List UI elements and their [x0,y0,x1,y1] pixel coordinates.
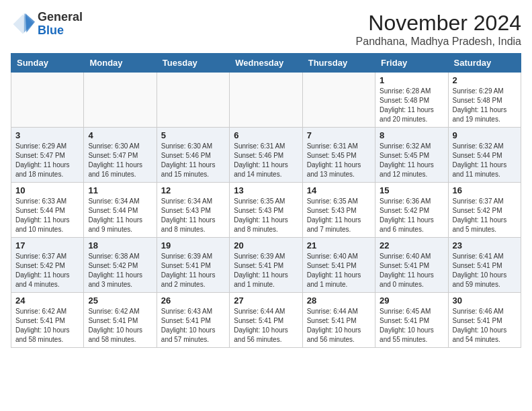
calendar-day-cell: 18Sunrise: 6:38 AM Sunset: 5:42 PM Dayli… [84,238,157,293]
day-info: Sunrise: 6:35 AM Sunset: 5:43 PM Dayligh… [307,197,371,234]
calendar-day-cell [84,73,157,128]
calendar-day-cell: 1Sunrise: 6:28 AM Sunset: 5:48 PM Daylig… [375,73,448,128]
weekday-header-row: SundayMondayTuesdayWednesdayThursdayFrid… [11,54,521,73]
header-tuesday: Tuesday [157,54,229,73]
day-info: Sunrise: 6:35 AM Sunset: 5:43 PM Dayligh… [234,197,298,234]
calendar-day-cell: 12Sunrise: 6:34 AM Sunset: 5:43 PM Dayli… [157,183,229,238]
header-friday: Friday [375,54,448,73]
day-info: Sunrise: 6:46 AM Sunset: 5:41 PM Dayligh… [453,307,517,345]
day-info: Sunrise: 6:30 AM Sunset: 5:46 PM Dayligh… [161,142,225,179]
calendar-day-cell: 7Sunrise: 6:31 AM Sunset: 5:45 PM Daylig… [302,128,375,183]
day-info: Sunrise: 6:34 AM Sunset: 5:43 PM Dayligh… [161,197,225,234]
day-number: 26 [161,295,225,306]
day-number: 15 [380,185,443,195]
day-number: 24 [15,295,79,306]
day-info: Sunrise: 6:34 AM Sunset: 5:44 PM Dayligh… [88,197,152,234]
day-info: Sunrise: 6:32 AM Sunset: 5:44 PM Dayligh… [453,142,517,179]
day-info: Sunrise: 6:39 AM Sunset: 5:41 PM Dayligh… [234,252,298,289]
day-number: 17 [15,240,79,250]
day-info: Sunrise: 6:31 AM Sunset: 5:46 PM Dayligh… [234,142,298,179]
day-number: 22 [380,240,443,250]
day-number: 4 [88,130,152,140]
calendar-day-cell [11,73,84,128]
day-info: Sunrise: 6:36 AM Sunset: 5:42 PM Dayligh… [380,197,443,234]
header-thursday: Thursday [302,54,375,73]
calendar-day-cell: 10Sunrise: 6:33 AM Sunset: 5:44 PM Dayli… [11,183,84,238]
calendar-day-cell: 19Sunrise: 6:39 AM Sunset: 5:41 PM Dayli… [157,238,229,293]
day-number: 16 [453,185,517,195]
calendar-day-cell: 17Sunrise: 6:37 AM Sunset: 5:42 PM Dayli… [11,238,84,293]
day-info: Sunrise: 6:30 AM Sunset: 5:47 PM Dayligh… [88,142,152,179]
day-number: 14 [307,185,371,195]
day-number: 29 [380,295,443,306]
day-number: 13 [234,185,298,195]
title-block: November 2024 Pandhana, Madhya Pradesh, … [356,11,521,48]
day-info: Sunrise: 6:40 AM Sunset: 5:41 PM Dayligh… [380,252,443,289]
calendar-day-cell: 5Sunrise: 6:30 AM Sunset: 5:46 PM Daylig… [157,128,229,183]
day-number: 19 [161,240,225,250]
day-number: 9 [453,130,517,140]
day-number: 10 [15,185,79,195]
header-sunday: Sunday [11,54,84,73]
calendar-day-cell [157,73,229,128]
calendar-day-cell: 13Sunrise: 6:35 AM Sunset: 5:43 PM Dayli… [230,183,302,238]
page-header: General Blue November 2024 Pandhana, Mad… [11,11,521,48]
calendar-day-cell: 14Sunrise: 6:35 AM Sunset: 5:43 PM Dayli… [302,183,375,238]
calendar-day-cell [230,73,302,128]
calendar-day-cell: 28Sunrise: 6:44 AM Sunset: 5:41 PM Dayli… [302,293,375,348]
day-number: 3 [15,130,79,140]
calendar-day-cell: 30Sunrise: 6:46 AM Sunset: 5:41 PM Dayli… [448,293,521,348]
day-info: Sunrise: 6:45 AM Sunset: 5:41 PM Dayligh… [380,307,443,345]
calendar-day-cell: 22Sunrise: 6:40 AM Sunset: 5:41 PM Dayli… [375,238,448,293]
day-info: Sunrise: 6:42 AM Sunset: 5:41 PM Dayligh… [88,307,152,345]
calendar-day-cell: 27Sunrise: 6:44 AM Sunset: 5:41 PM Dayli… [230,293,302,348]
calendar-day-cell: 9Sunrise: 6:32 AM Sunset: 5:44 PM Daylig… [448,128,521,183]
svg-marker-2 [26,13,35,33]
day-info: Sunrise: 6:44 AM Sunset: 5:41 PM Dayligh… [234,307,298,345]
header-wednesday: Wednesday [230,54,302,73]
logo-text: General Blue [38,11,83,38]
day-info: Sunrise: 6:41 AM Sunset: 5:41 PM Dayligh… [453,252,517,289]
calendar-day-cell: 3Sunrise: 6:29 AM Sunset: 5:47 PM Daylig… [11,128,84,183]
header-saturday: Saturday [448,54,521,73]
calendar-week-row: 17Sunrise: 6:37 AM Sunset: 5:42 PM Dayli… [11,238,521,293]
calendar-day-cell: 2Sunrise: 6:29 AM Sunset: 5:48 PM Daylig… [448,73,521,128]
calendar-day-cell: 16Sunrise: 6:37 AM Sunset: 5:42 PM Dayli… [448,183,521,238]
day-number: 30 [453,295,517,306]
calendar-day-cell: 21Sunrise: 6:40 AM Sunset: 5:41 PM Dayli… [302,238,375,293]
day-number: 28 [307,295,371,306]
day-number: 23 [453,240,517,250]
month-title: November 2024 [356,11,521,36]
day-info: Sunrise: 6:43 AM Sunset: 5:41 PM Dayligh… [161,307,225,345]
day-info: Sunrise: 6:29 AM Sunset: 5:48 PM Dayligh… [453,87,517,124]
calendar-day-cell: 25Sunrise: 6:42 AM Sunset: 5:41 PM Dayli… [84,293,157,348]
calendar-week-row: 10Sunrise: 6:33 AM Sunset: 5:44 PM Dayli… [11,183,521,238]
calendar-week-row: 1Sunrise: 6:28 AM Sunset: 5:48 PM Daylig… [11,73,521,128]
day-number: 7 [307,130,371,140]
calendar-table: SundayMondayTuesdayWednesdayThursdayFrid… [11,53,521,348]
day-info: Sunrise: 6:42 AM Sunset: 5:41 PM Dayligh… [15,307,79,345]
calendar-day-cell: 20Sunrise: 6:39 AM Sunset: 5:41 PM Dayli… [230,238,302,293]
day-info: Sunrise: 6:44 AM Sunset: 5:41 PM Dayligh… [307,307,371,345]
day-number: 6 [234,130,298,140]
day-info: Sunrise: 6:38 AM Sunset: 5:42 PM Dayligh… [88,252,152,289]
logo-icon [11,12,35,36]
calendar-day-cell: 11Sunrise: 6:34 AM Sunset: 5:44 PM Dayli… [84,183,157,238]
calendar-day-cell: 8Sunrise: 6:32 AM Sunset: 5:45 PM Daylig… [375,128,448,183]
day-number: 25 [88,295,152,306]
day-number: 20 [234,240,298,250]
day-number: 27 [234,295,298,306]
location-title: Pandhana, Madhya Pradesh, India [356,36,521,48]
day-number: 21 [307,240,371,250]
day-info: Sunrise: 6:31 AM Sunset: 5:45 PM Dayligh… [307,142,371,179]
calendar-week-row: 24Sunrise: 6:42 AM Sunset: 5:41 PM Dayli… [11,293,521,348]
calendar-week-row: 3Sunrise: 6:29 AM Sunset: 5:47 PM Daylig… [11,128,521,183]
day-info: Sunrise: 6:29 AM Sunset: 5:47 PM Dayligh… [15,142,79,179]
logo: General Blue [11,11,83,38]
calendar-day-cell: 6Sunrise: 6:31 AM Sunset: 5:46 PM Daylig… [230,128,302,183]
day-number: 11 [88,185,152,195]
calendar-day-cell [302,73,375,128]
day-info: Sunrise: 6:39 AM Sunset: 5:41 PM Dayligh… [161,252,225,289]
header-monday: Monday [84,54,157,73]
day-number: 18 [88,240,152,250]
